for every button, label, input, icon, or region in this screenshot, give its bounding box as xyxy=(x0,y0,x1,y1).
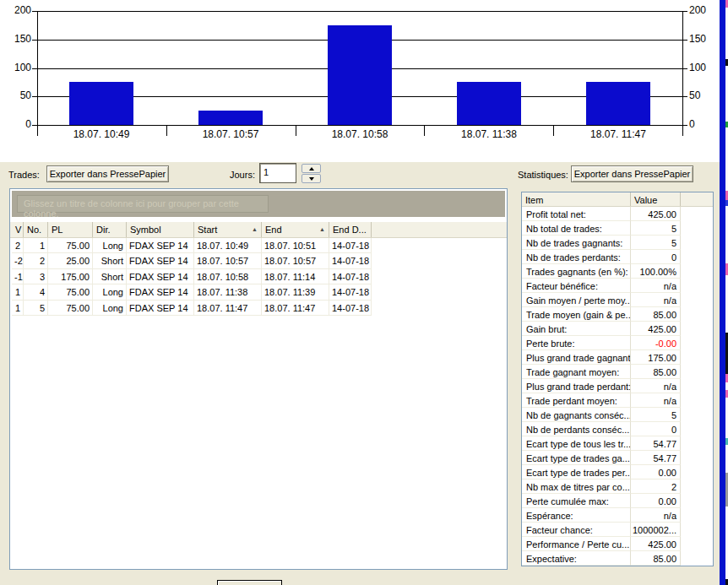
column-header-symbol[interactable]: Symbol xyxy=(127,222,194,237)
y-axis-label-right: 100 xyxy=(689,62,720,73)
trade-cell: 18.07. 10:57 xyxy=(262,253,329,268)
stats-item-value: 85.00 xyxy=(631,551,681,566)
trade-cell: FDAX SEP 14 xyxy=(127,301,194,316)
trade-cell: 75.00 xyxy=(48,301,93,316)
jours-input[interactable]: 1 xyxy=(259,163,296,183)
table-row[interactable]: -13175.00ShortFDAX SEP 1418.07. 10:5818.… xyxy=(10,269,507,284)
chart-bar xyxy=(457,82,521,125)
trade-cell: 18.07. 11:47 xyxy=(194,301,262,316)
trade-cell: 1 xyxy=(12,301,24,316)
stats-row: Nb total de trades:5 xyxy=(522,221,713,236)
stats-item-value: 425.00 xyxy=(631,207,681,221)
trade-cell: FDAX SEP 14 xyxy=(127,269,194,284)
trade-cell: 18.07. 10:57 xyxy=(194,253,262,268)
y-axis-label-left: 0 xyxy=(0,118,31,130)
stats-column-header-item[interactable]: Item xyxy=(522,192,631,206)
column-header-v[interactable]: V xyxy=(12,222,24,237)
stats-item-value: 0 xyxy=(631,422,681,436)
x-axis-label: 18.07. 10:58 xyxy=(301,128,419,140)
x-axis-label: 18.07. 11:47 xyxy=(559,128,677,140)
chart-bar xyxy=(198,111,263,125)
stats-item-label: Trade perdant moyen: xyxy=(522,393,631,408)
gridline xyxy=(37,125,682,126)
stats-item-label: Perte cumulée max: xyxy=(522,494,631,508)
column-header-dir[interactable]: Dir. xyxy=(93,222,127,237)
app-window: 00505010010015015020020018.07. 10:4918.0… xyxy=(0,0,728,585)
stats-item-label: Nb de trades gagnants: xyxy=(522,236,631,250)
column-header-no[interactable]: No. xyxy=(24,222,48,237)
column-header-pl[interactable]: PL xyxy=(48,222,93,237)
stats-item-value: 0.00 xyxy=(631,494,681,508)
stats-row: Nb de perdants conséc...0 xyxy=(522,422,713,436)
jours-spinner-up-button[interactable] xyxy=(302,164,321,173)
stats-column-header-value[interactable]: Value xyxy=(631,192,681,206)
bottom-partial-button[interactable] xyxy=(217,580,282,585)
stats-row: Perte cumulée max:0.00 xyxy=(522,494,713,508)
sort-ascending-icon: ▲ xyxy=(252,226,258,232)
trade-cell: 14-07-18 xyxy=(329,238,372,253)
trade-cell: 2 xyxy=(24,253,48,268)
stats-item-value: 5 xyxy=(631,236,681,250)
column-header-end-d[interactable]: End D... xyxy=(329,222,372,237)
stats-item-label: Gain moyen / perte moy... xyxy=(522,293,631,307)
chart-bar xyxy=(328,25,392,125)
trade-cell: 5 xyxy=(24,301,48,316)
y-axis-label-right: 50 xyxy=(689,89,720,101)
trade-cell: 18.07. 11:14 xyxy=(262,269,329,284)
stats-item-value: 85.00 xyxy=(631,365,681,379)
x-axis-label: 18.07. 10:49 xyxy=(42,128,160,140)
column-header-end[interactable]: ▲End xyxy=(262,222,329,237)
up-arrow-icon xyxy=(309,167,314,171)
stats-row: Gain brut:425.00 xyxy=(522,322,713,336)
stats-item-label: Ecart type de trades per... xyxy=(522,465,631,479)
table-row[interactable]: -2225.00ShortFDAX SEP 1418.07. 10:5718.0… xyxy=(10,253,507,268)
stats-column-header-empty xyxy=(681,192,713,206)
trade-cell: 4 xyxy=(24,284,48,300)
trade-cell: 175.00 xyxy=(48,269,93,284)
trade-cell: 2 xyxy=(12,238,24,253)
x-tick xyxy=(166,125,167,136)
statistics-table-header: ItemValue xyxy=(522,192,713,207)
x-tick xyxy=(296,125,296,136)
stats-item-value: 5 xyxy=(631,221,681,236)
trade-cell: 3 xyxy=(24,269,48,284)
trades-table: Glissez un titre de colonne ici pour gro… xyxy=(9,188,508,570)
stats-item-label: Nb total de trades: xyxy=(522,221,631,236)
y-axis-label-left: 200 xyxy=(0,4,31,16)
stats-row: Nb de trades gagnants:5 xyxy=(522,236,713,250)
stats-item-value: n/a xyxy=(631,393,681,408)
stats-item-value: -0.00 xyxy=(631,336,681,350)
stats-row: Nb de gagnants conséc...5 xyxy=(522,408,713,422)
stats-item-label: Nb max de titres par co... xyxy=(522,479,631,494)
stats-item-value: 1000002... xyxy=(631,523,681,537)
stats-item-label: Gain brut: xyxy=(522,322,631,336)
stats-item-label: Trade gagnant moyen: xyxy=(522,365,631,379)
trade-cell: 14-07-18 xyxy=(329,269,372,284)
trades-label: Trades: xyxy=(8,170,40,180)
stats-item-label: Ecart type de trades ga... xyxy=(522,451,631,465)
trade-cell: Long xyxy=(93,301,127,316)
stats-item-label: Expectative: xyxy=(522,551,631,566)
stats-row: Nb max de titres par co...2 xyxy=(522,479,713,494)
y-axis-label-left: 150 xyxy=(0,33,31,45)
statistics-table: ItemValue Profit total net:425.00Nb tota… xyxy=(521,192,714,566)
trade-cell: FDAX SEP 14 xyxy=(127,238,194,253)
export-trades-button[interactable]: Exporter dans PressePapier xyxy=(46,165,169,182)
stats-item-value: 425.00 xyxy=(631,537,681,551)
stats-item-label: Facteur chance: xyxy=(522,523,631,537)
stats-row: Facteur bénéfice:n/a xyxy=(522,279,713,293)
table-row[interactable]: 1575.00LongFDAX SEP 1418.07. 11:4718.07.… xyxy=(10,301,507,316)
column-header-start[interactable]: ▲Start xyxy=(194,222,262,237)
table-row[interactable]: 1475.00LongFDAX SEP 1418.07. 11:3818.07.… xyxy=(10,284,507,300)
jours-spinner-down-button[interactable] xyxy=(302,174,321,183)
stats-row: Performance / Perte cu...425.00 xyxy=(522,537,713,551)
table-row[interactable]: 2175.00LongFDAX SEP 1418.07. 10:4918.07.… xyxy=(10,238,507,253)
stats-item-label: Trades gagnants (en %): xyxy=(522,264,631,279)
trade-cell: 14-07-18 xyxy=(329,253,372,268)
stats-item-value: n/a xyxy=(631,293,681,307)
down-arrow-icon xyxy=(309,177,314,181)
stats-item-label: Espérance: xyxy=(522,508,631,523)
group-by-bar[interactable]: Glissez un titre de colonne ici pour gro… xyxy=(12,191,505,217)
stats-row: Facteur chance:1000002... xyxy=(522,523,713,537)
export-stats-button[interactable]: Exporter dans PressePapier xyxy=(571,165,693,182)
